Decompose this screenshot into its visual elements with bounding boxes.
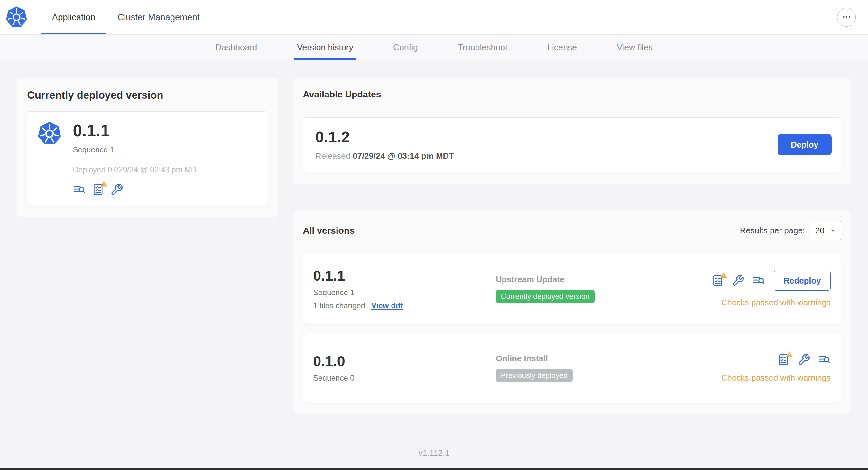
tab-version-history[interactable]: Version history	[294, 35, 356, 60]
tab-troubleshoot-label: Troubleshoot	[458, 42, 508, 53]
logs-icon[interactable]	[818, 353, 831, 366]
current-version-card: 0.1.1 Sequence 1 Deployed 07/29/24 @ 02:…	[27, 111, 268, 206]
all-versions-card: All versions Results per page: 20 0.1.1 …	[293, 210, 851, 414]
version-row-source: Upstream Update Currently deployed versi…	[496, 275, 711, 303]
preflight-checks-icon[interactable]	[777, 353, 790, 366]
current-version-actions	[73, 183, 201, 196]
current-version-sequence: Sequence 1	[73, 145, 201, 154]
version-source-label: Online Install	[496, 354, 721, 363]
console-version: v1.112.1	[418, 448, 450, 458]
version-row: 0.1.1 Sequence 1 1 files changed View di…	[303, 254, 841, 324]
view-diff-link[interactable]: View diff	[371, 301, 403, 310]
released-prefix: Released	[315, 152, 350, 160]
logs-icon[interactable]	[73, 183, 86, 196]
all-versions-title: All versions	[303, 225, 354, 236]
chevron-down-icon	[829, 227, 836, 234]
version-number: 0.1.0	[313, 353, 496, 369]
checks-status-text: Checks passed with warnings	[721, 298, 831, 307]
version-row: 0.1.0 Sequence 0 Online Install Previous…	[303, 333, 841, 403]
tab-dashboard[interactable]: Dashboard	[212, 35, 260, 60]
available-updates-card: Available Updates 0.1.2 Released 07/29/2…	[293, 78, 851, 184]
right-column: Available Updates 0.1.2 Released 07/29/2…	[293, 78, 851, 414]
more-menu-button[interactable]: •••	[837, 8, 856, 27]
wrench-icon[interactable]	[732, 274, 744, 287]
actions-row: Redeploy	[711, 271, 831, 291]
currently-deployed-card: Currently deployed version	[17, 78, 278, 217]
main-content: Currently deployed version	[0, 61, 868, 436]
bottom-edge-strip	[0, 468, 868, 470]
tab-config-label: Config	[393, 42, 418, 53]
status-badge: Currently deployed version	[496, 290, 594, 303]
all-versions-header: All versions Results per page: 20	[303, 221, 841, 240]
tab-cluster-management[interactable]: Cluster Management	[106, 0, 211, 34]
kubernetes-logo-icon	[37, 122, 62, 196]
update-row: 0.1.2 Released 07/29/24 @ 03:14 pm MDT D…	[303, 118, 841, 173]
preflight-checks-icon[interactable]	[92, 183, 104, 196]
logs-icon[interactable]	[752, 274, 765, 287]
ellipsis-icon: •••	[841, 14, 851, 20]
files-changed-line: 1 files changed View diff	[313, 301, 496, 310]
deploy-button[interactable]: Deploy	[778, 134, 832, 156]
top-header: Application Cluster Management •••	[0, 0, 868, 35]
version-source-label: Upstream Update	[496, 275, 711, 284]
header-spacer	[211, 0, 837, 34]
version-number: 0.1.1	[313, 268, 496, 283]
version-row-info: 0.1.0 Sequence 0	[313, 353, 496, 382]
admin-console: Application Cluster Management ••• Dashb…	[0, 0, 868, 470]
kubernetes-logo-icon	[5, 0, 28, 34]
tab-dashboard-label: Dashboard	[215, 42, 257, 53]
update-version-number: 0.1.2	[315, 129, 454, 146]
released-date: 07/29/24 @ 03:14 pm MDT	[352, 152, 454, 160]
tab-license[interactable]: License	[544, 35, 580, 60]
wrench-icon[interactable]	[798, 353, 810, 366]
app-footer: v1.112.1	[0, 436, 868, 470]
tab-license-label: License	[547, 42, 577, 53]
results-per-page-label: Results per page:	[740, 226, 805, 235]
files-changed-label: 1 files changed	[313, 301, 365, 310]
version-sequence: Sequence 1	[313, 288, 496, 297]
available-updates-title: Available Updates	[303, 89, 841, 100]
tab-view-files[interactable]: View files	[614, 35, 656, 60]
redeploy-button[interactable]: Redeploy	[774, 271, 831, 291]
tab-version-history-label: Version history	[297, 42, 353, 53]
checks-status-text: Checks passed with warnings	[721, 373, 831, 382]
current-version-number: 0.1.1	[73, 122, 201, 140]
version-row-actions: Checks passed with warnings	[721, 353, 831, 382]
tab-application[interactable]: Application	[41, 0, 106, 34]
tab-cluster-management-label: Cluster Management	[117, 12, 199, 23]
version-sequence: Sequence 0	[313, 374, 496, 382]
wrench-icon[interactable]	[110, 183, 123, 196]
results-per-page-value: 20	[815, 226, 825, 235]
current-version-info: 0.1.1 Sequence 1 Deployed 07/29/24 @ 02:…	[73, 122, 201, 196]
version-row-actions: Redeploy Checks passed with warnings	[711, 271, 831, 307]
update-info: 0.1.2 Released 07/29/24 @ 03:14 pm MDT	[315, 129, 454, 160]
tab-troubleshoot[interactable]: Troubleshoot	[454, 35, 510, 60]
currently-deployed-title: Currently deployed version	[27, 89, 268, 101]
preflight-checks-icon[interactable]	[711, 274, 724, 287]
version-row-source: Online Install Previously deployed	[496, 354, 721, 382]
status-badge: Previously deployed	[496, 369, 573, 382]
results-per-page-select[interactable]: 20	[810, 221, 841, 240]
current-version-deployed-date: Deployed 07/29/24 @ 02:43 pm MDT	[73, 165, 201, 174]
tab-application-label: Application	[52, 12, 96, 23]
version-row-info: 0.1.1 Sequence 1 1 files changed View di…	[313, 268, 496, 310]
app-subnav: Dashboard Version history Config Trouble…	[0, 35, 868, 60]
tab-config[interactable]: Config	[390, 35, 422, 60]
tab-view-files-label: View files	[617, 42, 653, 53]
update-released-date: Released 07/29/24 @ 03:14 pm MDT	[315, 152, 454, 161]
results-per-page: Results per page: 20	[740, 221, 841, 240]
top-nav: Application Cluster Management	[41, 0, 211, 34]
actions-row	[777, 353, 831, 366]
